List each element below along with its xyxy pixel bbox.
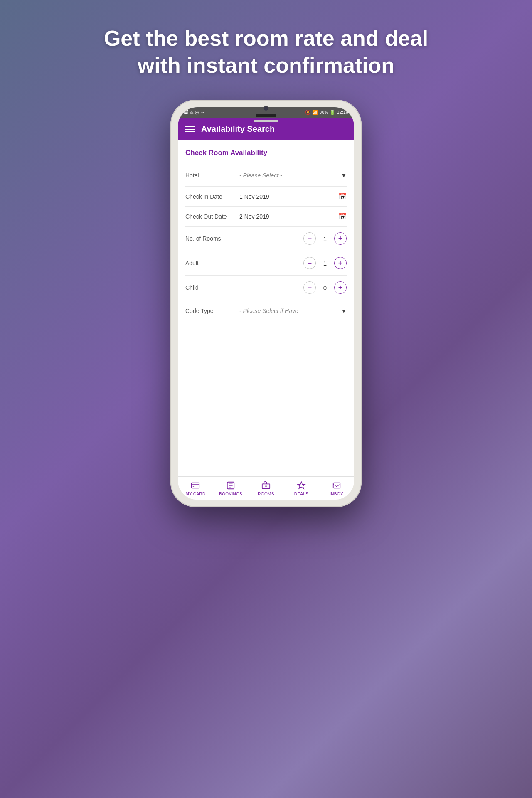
rooms-control: − 1 + [239, 232, 347, 245]
adult-control: − 1 + [239, 257, 347, 269]
hero-line2: with instant confirmation [138, 53, 394, 77]
phone-shell: 🖼 ⚠ ◎ ··· 🔕 📶 38% 🔋 12:16 Availability S… [170, 100, 362, 507]
child-decrement-button[interactable]: − [303, 281, 316, 294]
child-stepper: − 0 + [303, 281, 347, 294]
rooms-stepper: − 1 + [303, 232, 347, 245]
bookings-icon [226, 481, 235, 490]
hamburger-menu[interactable] [185, 126, 195, 132]
nav-label-my-card: MY CARD [185, 492, 205, 496]
adult-row: Adult − 1 + [185, 251, 347, 276]
hotel-placeholder: - Please Select - [239, 172, 282, 179]
checkout-date-input[interactable]: 2 Nov 2019 📅 [239, 212, 347, 220]
nav-label-rooms: ROOMS [258, 492, 274, 496]
status-icons-left: 🖼 ⚠ ◎ ··· [184, 110, 204, 115]
checkout-control[interactable]: 2 Nov 2019 📅 [239, 212, 347, 220]
section-title: Check Room Availability [185, 149, 347, 157]
checkin-label: Check In Date [185, 193, 239, 200]
code-type-dropdown-arrow: ▼ [341, 308, 347, 314]
code-type-dropdown[interactable]: - Please Select if Have ▼ [239, 306, 347, 316]
checkout-label: Check Out Date [185, 213, 239, 220]
deals-icon [297, 481, 306, 490]
checkout-calendar-icon: 📅 [338, 212, 347, 220]
nav-item-rooms[interactable]: ROOMS [249, 481, 284, 496]
hotel-dropdown-arrow: ▼ [341, 172, 347, 179]
svg-rect-0 [192, 483, 199, 488]
code-type-placeholder: - Please Select if Have [239, 308, 298, 314]
camera [263, 106, 269, 111]
inbox-icon [332, 481, 341, 490]
child-label: Child [185, 284, 239, 291]
code-type-row: Code Type - Please Select if Have ▼ [185, 300, 347, 322]
nav-item-my-card[interactable]: MY CARD [178, 481, 213, 496]
svg-rect-2 [193, 486, 195, 487]
nav-item-deals[interactable]: DEALS [283, 481, 319, 496]
child-control: − 0 + [239, 281, 347, 294]
rooms-label: No. of Rooms [185, 235, 239, 242]
hotel-row: Hotel - Please Select - ▼ [185, 165, 347, 187]
adult-label: Adult [185, 260, 239, 266]
child-row: Child − 0 + [185, 276, 347, 300]
speaker-grill [254, 120, 278, 122]
rooms-row: No. of Rooms − 1 + [185, 227, 347, 251]
hero-line1: Get the best room rate and deal [104, 26, 428, 50]
child-increment-button[interactable]: + [334, 281, 347, 294]
rooms-value: 1 [322, 235, 328, 242]
nav-label-bookings: BOOKINGS [219, 492, 242, 496]
status-right-icons: 🔕 📶 38% 🔋 12:16 [305, 110, 348, 115]
app-title: Availability Search [201, 124, 275, 134]
checkin-row: Check In Date 1 Nov 2019 📅 [185, 187, 347, 207]
svg-point-8 [265, 485, 267, 487]
checkin-date-input[interactable]: 1 Nov 2019 📅 [239, 192, 347, 200]
main-content: Check Room Availability Hotel - Please S… [178, 140, 354, 476]
checkout-row: Check Out Date 2 Nov 2019 📅 [185, 207, 347, 227]
hotel-control[interactable]: - Please Select - ▼ [239, 170, 347, 180]
hero-text: Get the best room rate and deal with ins… [104, 25, 428, 79]
checkout-value: 2 Nov 2019 [239, 213, 269, 220]
status-left-icons: 🖼 ⚠ ◎ ··· [184, 110, 204, 115]
hotel-label: Hotel [185, 172, 239, 179]
adult-increment-button[interactable]: + [334, 257, 347, 269]
adult-value: 1 [322, 260, 328, 267]
nav-item-inbox[interactable]: INBOX [319, 481, 354, 496]
rooms-decrement-button[interactable]: − [303, 232, 316, 245]
checkin-calendar-icon: 📅 [338, 192, 347, 200]
earpiece [256, 114, 276, 117]
nav-label-inbox: INBOX [330, 492, 343, 496]
rooms-icon [261, 481, 271, 490]
adult-stepper: − 1 + [303, 257, 347, 269]
bottom-nav: MY CARD BOOKINGS ROOMS [178, 476, 354, 500]
nav-label-deals: DEALS [294, 492, 308, 496]
adult-decrement-button[interactable]: − [303, 257, 316, 269]
checkin-value: 1 Nov 2019 [239, 193, 269, 200]
nav-item-bookings[interactable]: BOOKINGS [213, 481, 249, 496]
hotel-dropdown[interactable]: - Please Select - ▼ [239, 170, 347, 180]
rooms-increment-button[interactable]: + [334, 232, 347, 245]
code-type-label: Code Type [185, 308, 239, 314]
status-icons-right: 🔕 📶 38% 🔋 12:16 [305, 110, 348, 115]
my-card-icon [191, 481, 200, 490]
svg-rect-9 [333, 483, 340, 488]
checkin-control[interactable]: 1 Nov 2019 📅 [239, 192, 347, 200]
child-value: 0 [322, 284, 328, 291]
code-type-control[interactable]: - Please Select if Have ▼ [239, 306, 347, 316]
